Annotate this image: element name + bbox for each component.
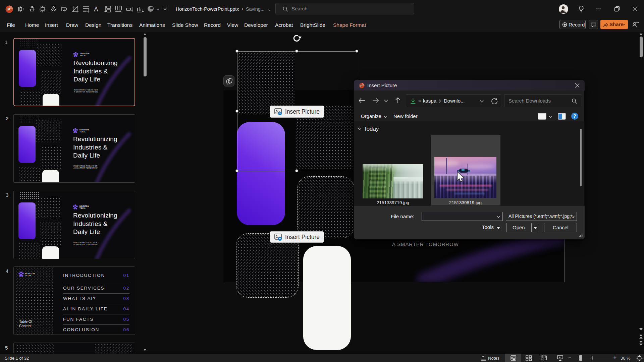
svg-text:P: P	[7, 7, 10, 11]
svg-text:P: P	[360, 84, 362, 87]
